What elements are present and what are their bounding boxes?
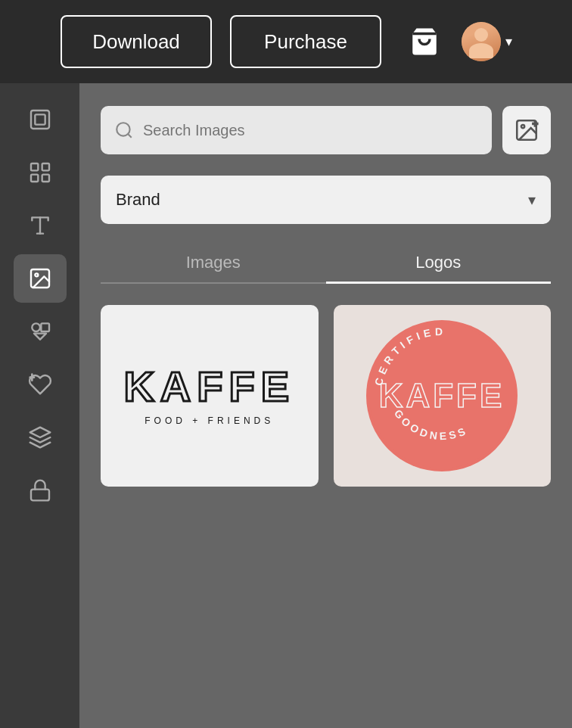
svg-line-17: [128, 134, 132, 138]
cart-button[interactable]: [409, 26, 440, 58]
sidebar-item-image[interactable]: [14, 254, 67, 303]
frame-icon: [28, 107, 52, 132]
kaffe-circle-logo: CERTIFIED KAFFE GOODNESS: [366, 320, 518, 471]
search-row: [101, 106, 551, 154]
sidebar-item-elements[interactable]: [14, 307, 67, 356]
avatar: [462, 22, 501, 61]
assets-icon: [28, 372, 52, 397]
svg-point-11: [32, 323, 40, 331]
sidebar-item-text[interactable]: [14, 201, 67, 250]
tabs-row: Images Logos: [101, 245, 551, 284]
svg-rect-2: [35, 114, 45, 124]
elements-icon: [28, 319, 52, 344]
search-input[interactable]: [143, 122, 478, 139]
sidebar: [0, 83, 79, 728]
svg-rect-4: [42, 163, 48, 170]
purchase-button[interactable]: Purchase: [230, 15, 381, 68]
svg-rect-1: [31, 110, 49, 129]
svg-rect-6: [42, 175, 48, 182]
logo-card-kaffe-circle[interactable]: CERTIFIED KAFFE GOODNESS: [334, 305, 552, 487]
sidebar-item-lock[interactable]: [14, 466, 67, 515]
dropdown-chevron-icon: ▾: [528, 191, 536, 209]
svg-marker-14: [30, 428, 50, 437]
svg-rect-15: [31, 490, 49, 501]
cart-icon: [409, 26, 440, 58]
sidebar-item-frame[interactable]: [14, 95, 67, 144]
tab-logos[interactable]: Logos: [326, 245, 552, 284]
chevron-down-icon: ▾: [505, 33, 512, 50]
avatar-button[interactable]: ▾: [462, 22, 512, 61]
tab-images[interactable]: Images: [101, 245, 326, 284]
lock-icon: [28, 478, 52, 502]
sidebar-item-layers[interactable]: [14, 413, 67, 462]
svg-point-19: [521, 125, 524, 128]
add-image-button[interactable]: [502, 106, 551, 154]
content-area: Brand ▾ Images Logos KAFFE FOOD + FRIEND…: [79, 83, 572, 728]
add-image-icon: [514, 117, 539, 143]
svg-point-10: [35, 273, 38, 276]
search-icon: [114, 120, 134, 140]
svg-rect-12: [41, 323, 49, 331]
svg-rect-3: [31, 163, 38, 170]
top-bar: Download Purchase ▾: [0, 0, 572, 83]
kaffe-main-text: KAFFE: [123, 366, 295, 408]
sidebar-item-grid[interactable]: [14, 148, 67, 197]
kaffe-text-logo: KAFFE FOOD + FRIENDS: [108, 350, 310, 441]
svg-point-16: [117, 123, 129, 135]
download-button[interactable]: Download: [61, 15, 212, 68]
brand-dropdown-label: Brand: [116, 190, 160, 210]
main-layout: Brand ▾ Images Logos KAFFE FOOD + FRIEND…: [0, 83, 572, 728]
svg-marker-13: [34, 334, 46, 340]
brand-dropdown[interactable]: Brand ▾: [101, 176, 551, 224]
kaffe-sub-text: FOOD + FRIENDS: [145, 415, 274, 426]
sidebar-item-assets[interactable]: [14, 360, 67, 409]
svg-text:KAFFE: KAFFE: [379, 377, 505, 414]
text-icon: [28, 213, 52, 238]
search-box: [101, 106, 492, 154]
grid-icon: [28, 160, 52, 185]
layers-icon: [28, 425, 52, 450]
circle-svg: CERTIFIED KAFFE GOODNESS: [366, 320, 518, 471]
svg-rect-5: [31, 175, 38, 182]
logo-card-kaffe-text[interactable]: KAFFE FOOD + FRIENDS: [101, 305, 319, 487]
image-icon: [28, 266, 52, 291]
logos-grid: KAFFE FOOD + FRIENDS: [101, 305, 551, 487]
